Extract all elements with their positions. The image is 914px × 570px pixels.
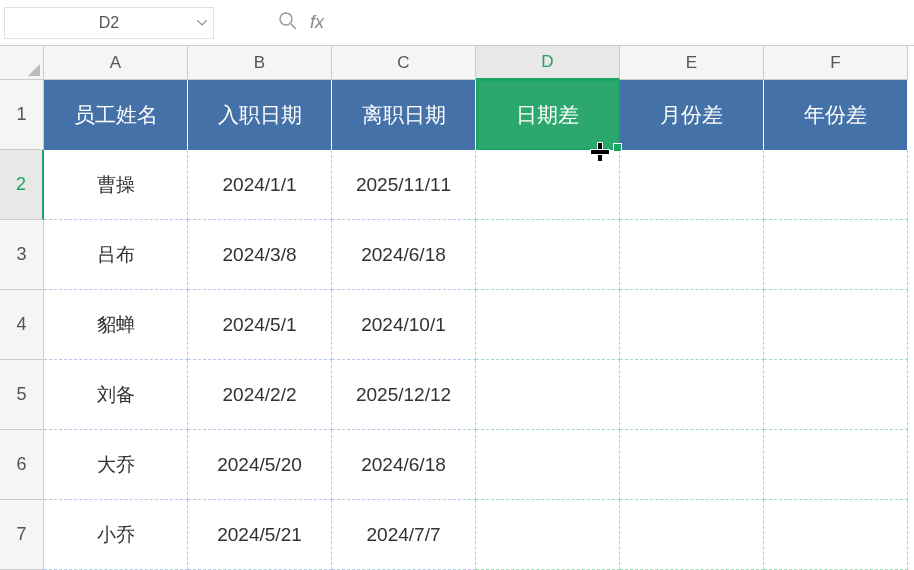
row-head-4[interactable]: 4 <box>0 290 44 360</box>
cell-E6[interactable] <box>620 430 764 500</box>
col-head-E[interactable]: E <box>620 46 764 80</box>
cell-D3[interactable] <box>476 220 620 290</box>
header-cell[interactable]: 年份差 <box>764 80 908 150</box>
row-head-6[interactable]: 6 <box>0 430 44 500</box>
fx-icon[interactable]: fx <box>310 12 324 33</box>
cell-F5[interactable] <box>764 360 908 430</box>
cell-E4[interactable] <box>620 290 764 360</box>
cell-E3[interactable] <box>620 220 764 290</box>
name-box-dropdown-icon[interactable] <box>195 16 209 30</box>
cell-C6[interactable]: 2024/6/18 <box>332 430 476 500</box>
name-box[interactable]: D2 <box>4 7 214 39</box>
spreadsheet-grid[interactable]: ABCDEF1员工姓名入职日期离职日期日期差月份差年份差2曹操2024/1/12… <box>0 46 914 570</box>
cell-F2[interactable] <box>764 150 908 220</box>
cell-E7[interactable] <box>620 500 764 570</box>
cell-C7[interactable]: 2024/7/7 <box>332 500 476 570</box>
header-cell[interactable]: 日期差 <box>476 80 620 150</box>
header-cell[interactable]: 月份差 <box>620 80 764 150</box>
col-head-D[interactable]: D <box>476 46 620 80</box>
header-cell[interactable]: 员工姓名 <box>44 80 188 150</box>
row-head-2[interactable]: 2 <box>0 150 44 220</box>
cell-D6[interactable] <box>476 430 620 500</box>
cell-E5[interactable] <box>620 360 764 430</box>
fx-area: fx <box>278 11 324 35</box>
cell-E2[interactable] <box>620 150 764 220</box>
col-head-B[interactable]: B <box>188 46 332 80</box>
zoom-icon[interactable] <box>278 11 298 35</box>
col-head-C[interactable]: C <box>332 46 476 80</box>
cell-D4[interactable] <box>476 290 620 360</box>
cell-C4[interactable]: 2024/10/1 <box>332 290 476 360</box>
col-head-A[interactable]: A <box>44 46 188 80</box>
cell-F7[interactable] <box>764 500 908 570</box>
cell-C3[interactable]: 2024/6/18 <box>332 220 476 290</box>
row-head-5[interactable]: 5 <box>0 360 44 430</box>
select-all-corner[interactable] <box>0 46 44 80</box>
cell-B7[interactable]: 2024/5/21 <box>188 500 332 570</box>
cell-A3[interactable]: 吕布 <box>44 220 188 290</box>
cell-A5[interactable]: 刘备 <box>44 360 188 430</box>
row-head-7[interactable]: 7 <box>0 500 44 570</box>
cell-B3[interactable]: 2024/3/8 <box>188 220 332 290</box>
cell-F6[interactable] <box>764 430 908 500</box>
cell-A7[interactable]: 小乔 <box>44 500 188 570</box>
name-box-value: D2 <box>99 14 119 32</box>
cell-F4[interactable] <box>764 290 908 360</box>
cell-A2[interactable]: 曹操 <box>44 150 188 220</box>
cell-B2[interactable]: 2024/1/1 <box>188 150 332 220</box>
cell-D5[interactable] <box>476 360 620 430</box>
row-head-3[interactable]: 3 <box>0 220 44 290</box>
svg-point-0 <box>280 13 292 25</box>
cell-D2[interactable] <box>476 150 620 220</box>
cell-C5[interactable]: 2025/12/12 <box>332 360 476 430</box>
cell-A4[interactable]: 貂蝉 <box>44 290 188 360</box>
header-cell[interactable]: 入职日期 <box>188 80 332 150</box>
formula-bar: D2 fx <box>0 0 914 46</box>
header-cell[interactable]: 离职日期 <box>332 80 476 150</box>
cell-F3[interactable] <box>764 220 908 290</box>
svg-line-1 <box>291 24 296 29</box>
cell-B4[interactable]: 2024/5/1 <box>188 290 332 360</box>
formula-input[interactable] <box>332 7 914 39</box>
cell-A6[interactable]: 大乔 <box>44 430 188 500</box>
col-head-F[interactable]: F <box>764 46 908 80</box>
cell-B6[interactable]: 2024/5/20 <box>188 430 332 500</box>
cell-C2[interactable]: 2025/11/11 <box>332 150 476 220</box>
cell-D7[interactable] <box>476 500 620 570</box>
row-head-1[interactable]: 1 <box>0 80 44 150</box>
cell-B5[interactable]: 2024/2/2 <box>188 360 332 430</box>
